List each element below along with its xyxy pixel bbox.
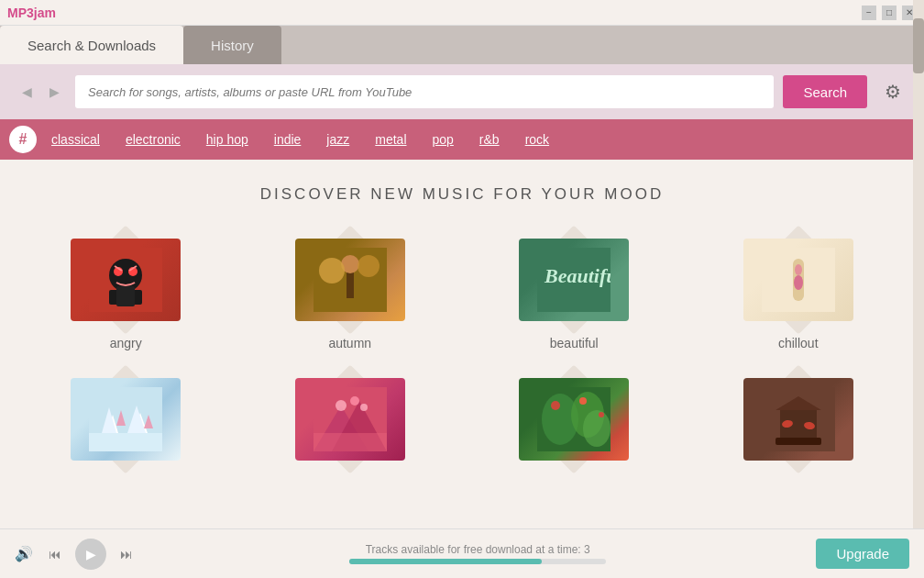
upgrade-button[interactable]: Upgrade xyxy=(816,539,909,569)
mood-beautiful[interactable]: Beautiful beautiful xyxy=(510,229,638,350)
mood-beautiful-label: beautiful xyxy=(550,336,599,350)
genre-metal[interactable]: metal xyxy=(375,132,406,147)
svg-rect-45 xyxy=(776,438,821,445)
mood-autumn-image-container xyxy=(286,229,414,330)
svg-point-39 xyxy=(551,401,560,410)
mood-winter[interactable] xyxy=(61,369,190,475)
mood-chillout-image-container xyxy=(734,229,863,330)
main-content: DISCOVER NEW MUSIC FOR YOUR MOOD xyxy=(0,160,924,528)
mood-angry-image xyxy=(71,239,181,321)
minimize-button[interactable]: − xyxy=(862,6,876,20)
volume-icon[interactable]: 🔊 xyxy=(15,545,33,562)
genre-rock[interactable]: rock xyxy=(525,132,549,147)
svg-rect-31 xyxy=(314,433,387,451)
mood-autumn[interactable]: autumn xyxy=(286,229,414,350)
tab-search[interactable]: Search & Downloads xyxy=(0,26,183,64)
discover-title: DISCOVER NEW MUSIC FOR YOUR MOOD xyxy=(18,185,906,204)
svg-point-34 xyxy=(360,404,368,411)
track-status: Tracks available for free download at a … xyxy=(148,543,807,556)
svg-point-38 xyxy=(583,410,610,447)
mood-relax[interactable] xyxy=(734,369,863,475)
mood-nature-image xyxy=(295,378,405,461)
title-bar: MP3jam − □ ✕ xyxy=(0,0,924,26)
mood-green[interactable] xyxy=(510,369,638,475)
svg-point-41 xyxy=(599,412,604,417)
mood-chillout-label: chillout xyxy=(778,336,819,350)
search-input[interactable] xyxy=(75,75,774,108)
genre-classical[interactable]: classical xyxy=(51,132,100,147)
track-info: Tracks available for free download at a … xyxy=(148,543,807,564)
mood-winter-image xyxy=(71,378,181,461)
genre-electronic[interactable]: electronic xyxy=(126,132,181,147)
mood-relax-image-container xyxy=(734,369,863,470)
mood-angry-label: angry xyxy=(110,336,142,350)
mood-angry-image-container xyxy=(61,229,190,330)
tab-bar: Search & Downloads History xyxy=(0,26,924,64)
mood-beautiful-image: Beautiful xyxy=(519,239,629,321)
svg-point-40 xyxy=(579,397,587,405)
mood-angry[interactable]: angry xyxy=(61,229,190,350)
svg-point-32 xyxy=(336,400,346,411)
mood-autumn-image xyxy=(295,239,405,321)
forward-button[interactable]: ▶ xyxy=(42,80,66,104)
mood-green-image xyxy=(519,378,629,461)
mood-beautiful-image-container: Beautiful xyxy=(510,229,638,330)
next-button[interactable]: ⏭ xyxy=(114,541,139,567)
svg-point-12 xyxy=(319,258,345,283)
progress-bar-fill xyxy=(349,559,542,564)
genre-nav: # classical electronic hip hop indie jaz… xyxy=(0,119,924,160)
mood-nature[interactable] xyxy=(286,369,414,475)
svg-rect-25 xyxy=(89,433,162,451)
mood-nature-image-container xyxy=(286,369,414,470)
search-button[interactable]: Search xyxy=(783,75,867,108)
bottom-bar: 🔊 ⏮ ▶ ⏭ Tracks available for free downlo… xyxy=(0,528,924,578)
back-button[interactable]: ◀ xyxy=(15,80,38,104)
mood-chillout-image xyxy=(743,239,853,321)
genre-list: classical electronic hip hop indie jazz … xyxy=(51,132,549,147)
nav-buttons: ◀ ▶ xyxy=(15,80,66,104)
player-controls: ⏮ ▶ ⏭ xyxy=(42,539,139,570)
genre-jazz[interactable]: jazz xyxy=(326,132,349,147)
mood-winter-image-container xyxy=(61,369,190,470)
search-area: ◀ ▶ Search ⚙ xyxy=(0,64,924,119)
mood-green-image-container xyxy=(510,369,638,470)
prev-button[interactable]: ⏮ xyxy=(42,541,68,567)
svg-point-18 xyxy=(794,275,803,290)
maximize-button[interactable]: □ xyxy=(882,6,896,20)
genre-rb[interactable]: r&b xyxy=(479,132,500,147)
mood-chillout[interactable]: chillout xyxy=(734,229,863,350)
settings-button[interactable]: ⚙ xyxy=(876,75,909,108)
svg-text:Beautiful: Beautiful xyxy=(544,264,610,287)
svg-point-19 xyxy=(795,264,802,275)
app-logo: MP3jam xyxy=(7,6,862,20)
scrollbar[interactable] xyxy=(913,0,924,528)
scrollbar-thumb[interactable] xyxy=(913,18,924,73)
genre-hash-button[interactable]: # xyxy=(9,126,37,153)
genre-indie[interactable]: indie xyxy=(274,132,302,147)
window-controls: − □ ✕ xyxy=(862,6,917,20)
progress-bar xyxy=(349,559,606,564)
svg-point-33 xyxy=(350,396,359,406)
genre-hip-hop[interactable]: hip hop xyxy=(206,132,248,147)
svg-rect-8 xyxy=(116,286,135,306)
play-button[interactable]: ▶ xyxy=(75,539,106,570)
mood-autumn-label: autumn xyxy=(328,336,371,350)
mood-grid: angry autumn xyxy=(18,229,906,494)
genre-pop[interactable]: pop xyxy=(433,132,454,147)
mood-relax-image xyxy=(743,378,853,461)
tab-history[interactable]: History xyxy=(183,26,281,64)
svg-point-13 xyxy=(358,255,380,277)
